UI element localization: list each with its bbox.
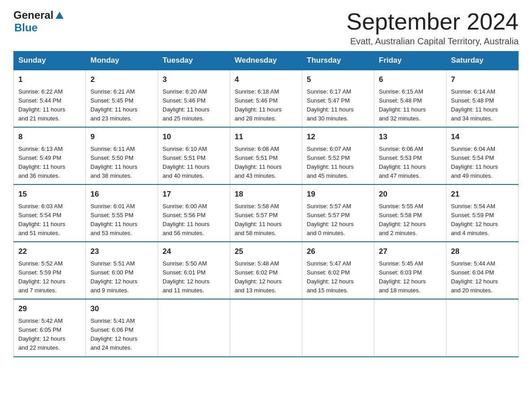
daylight-label: Daylight: 11 hours	[379, 105, 442, 114]
daylight-label: Daylight: 11 hours	[307, 163, 369, 171]
daylight-label: Daylight: 12 hours	[379, 220, 442, 229]
day-info: Sunrise: 5:41 AMSunset: 6:06 PMDaylight:…	[90, 317, 153, 353]
daylight-label: Daylight: 12 hours	[451, 220, 514, 229]
daylight-label: Daylight: 12 hours	[18, 334, 81, 343]
sunrise-label: Sunrise: 5:51 AM	[90, 259, 153, 268]
sunset-label: Sunset: 5:46 PM	[163, 96, 225, 105]
day-info: Sunrise: 6:07 AMSunset: 5:52 PMDaylight:…	[307, 145, 369, 181]
day-info: Sunrise: 6:14 AMSunset: 5:48 PMDaylight:…	[451, 87, 514, 124]
daylight-label2: and 51 minutes.	[18, 229, 81, 238]
day-info: Sunrise: 5:52 AMSunset: 5:59 PMDaylight:…	[18, 259, 81, 295]
calendar-week-row: 15Sunrise: 6:03 AMSunset: 5:54 PMDayligh…	[14, 184, 519, 242]
day-number: 26	[307, 246, 369, 257]
sunrise-label: Sunrise: 6:21 AM	[90, 87, 153, 96]
calendar-cell: 22Sunrise: 5:52 AMSunset: 5:59 PMDayligh…	[14, 242, 86, 299]
sunset-label: Sunset: 5:48 PM	[379, 96, 442, 105]
calendar-cell: 17Sunrise: 6:00 AMSunset: 5:56 PMDayligh…	[158, 184, 230, 242]
sunrise-label: Sunrise: 5:57 AM	[307, 202, 369, 211]
day-info: Sunrise: 5:50 AMSunset: 6:01 PMDaylight:…	[163, 259, 225, 295]
weekday-header-tuesday: Tuesday	[158, 51, 230, 70]
daylight-label2: and 38 minutes.	[90, 171, 153, 180]
daylight-label: Daylight: 11 hours	[163, 105, 225, 114]
daylight-label2: and 30 minutes.	[307, 114, 369, 123]
sunset-label: Sunset: 5:55 PM	[90, 211, 153, 220]
sunrise-label: Sunrise: 6:03 AM	[18, 202, 81, 211]
day-number: 4	[235, 74, 297, 86]
sunset-label: Sunset: 5:59 PM	[451, 211, 514, 220]
calendar-cell: 6Sunrise: 6:15 AMSunset: 5:48 PMDaylight…	[374, 70, 446, 127]
title-block: September 2024 Evatt, Australian Capital…	[347, 9, 519, 47]
calendar-subtitle: Evatt, Australian Capital Territory, Aus…	[347, 36, 519, 47]
daylight-label: Daylight: 11 hours	[18, 163, 81, 171]
daylight-label2: and 36 minutes.	[18, 171, 81, 180]
sunrise-label: Sunrise: 5:58 AM	[235, 202, 297, 211]
day-number: 23	[90, 246, 153, 257]
daylight-label2: and 56 minutes.	[163, 229, 225, 238]
sunset-label: Sunset: 5:47 PM	[307, 96, 369, 105]
day-number: 29	[18, 303, 81, 315]
day-info: Sunrise: 5:48 AMSunset: 6:02 PMDaylight:…	[235, 259, 297, 295]
daylight-label2: and 21 minutes.	[18, 114, 81, 123]
sunset-label: Sunset: 5:58 PM	[379, 211, 442, 220]
sunset-label: Sunset: 5:49 PM	[18, 154, 81, 163]
daylight-label: Daylight: 11 hours	[235, 105, 297, 114]
calendar-cell: 21Sunrise: 5:54 AMSunset: 5:59 PMDayligh…	[446, 184, 519, 242]
daylight-label2: and 34 minutes.	[451, 114, 514, 123]
day-number: 7	[451, 74, 514, 86]
daylight-label2: and 22 minutes.	[18, 343, 81, 352]
calendar-cell: 12Sunrise: 6:07 AMSunset: 5:52 PMDayligh…	[302, 127, 374, 184]
weekday-header-monday: Monday	[86, 51, 158, 70]
sunset-label: Sunset: 5:59 PM	[18, 268, 81, 277]
sunset-label: Sunset: 5:45 PM	[90, 96, 153, 105]
sunrise-label: Sunrise: 6:13 AM	[18, 145, 81, 154]
sunrise-label: Sunrise: 6:06 AM	[379, 145, 442, 154]
day-number: 27	[379, 246, 442, 257]
sunrise-label: Sunrise: 5:44 AM	[451, 259, 514, 268]
day-number: 3	[163, 74, 225, 86]
calendar-cell: 5Sunrise: 6:17 AMSunset: 5:47 PMDaylight…	[302, 70, 374, 127]
logo-general-text: General	[13, 9, 53, 21]
day-info: Sunrise: 6:01 AMSunset: 5:55 PMDaylight:…	[90, 202, 153, 238]
sunrise-label: Sunrise: 6:10 AM	[163, 145, 225, 154]
daylight-label: Daylight: 11 hours	[451, 105, 514, 114]
day-number: 8	[18, 131, 81, 143]
day-number: 16	[90, 188, 153, 200]
calendar-cell: 14Sunrise: 6:04 AMSunset: 5:54 PMDayligh…	[446, 127, 519, 184]
sunset-label: Sunset: 5:51 PM	[163, 154, 225, 163]
calendar-week-row: 22Sunrise: 5:52 AMSunset: 5:59 PMDayligh…	[14, 242, 519, 299]
daylight-label2: and 0 minutes.	[307, 229, 369, 238]
daylight-label2: and 58 minutes.	[235, 229, 297, 238]
calendar-title: September 2024	[347, 9, 519, 34]
daylight-label2: and 47 minutes.	[379, 171, 442, 180]
calendar-cell: 18Sunrise: 5:58 AMSunset: 5:57 PMDayligh…	[230, 184, 302, 242]
day-info: Sunrise: 6:13 AMSunset: 5:49 PMDaylight:…	[18, 145, 81, 181]
daylight-label: Daylight: 11 hours	[163, 163, 225, 171]
daylight-label: Daylight: 11 hours	[235, 163, 297, 171]
day-info: Sunrise: 6:03 AMSunset: 5:54 PMDaylight:…	[18, 202, 81, 238]
day-number: 25	[235, 246, 297, 257]
daylight-label: Daylight: 12 hours	[235, 277, 297, 286]
svg-marker-0	[56, 12, 64, 19]
day-info: Sunrise: 6:08 AMSunset: 5:51 PMDaylight:…	[235, 145, 297, 181]
day-info: Sunrise: 6:04 AMSunset: 5:54 PMDaylight:…	[451, 145, 514, 181]
daylight-label: Daylight: 11 hours	[18, 105, 81, 114]
daylight-label2: and 32 minutes.	[379, 114, 442, 123]
day-info: Sunrise: 6:17 AMSunset: 5:47 PMDaylight:…	[307, 87, 369, 124]
day-number: 24	[163, 246, 225, 257]
day-number: 12	[307, 131, 369, 143]
calendar-week-row: 8Sunrise: 6:13 AMSunset: 5:49 PMDaylight…	[14, 127, 519, 184]
sunrise-label: Sunrise: 5:45 AM	[379, 259, 442, 268]
calendar-cell: 20Sunrise: 5:55 AMSunset: 5:58 PMDayligh…	[374, 184, 446, 242]
sunrise-label: Sunrise: 6:11 AM	[90, 145, 153, 154]
sunrise-label: Sunrise: 6:08 AM	[235, 145, 297, 154]
sunset-label: Sunset: 5:56 PM	[163, 211, 225, 220]
daylight-label2: and 23 minutes.	[90, 114, 153, 123]
weekday-header-wednesday: Wednesday	[230, 51, 302, 70]
calendar-cell: 9Sunrise: 6:11 AMSunset: 5:50 PMDaylight…	[86, 127, 158, 184]
sunset-label: Sunset: 5:57 PM	[307, 211, 369, 220]
sunrise-label: Sunrise: 6:07 AM	[307, 145, 369, 154]
daylight-label2: and 43 minutes.	[235, 171, 297, 180]
daylight-label2: and 13 minutes.	[235, 286, 297, 295]
weekday-header-saturday: Saturday	[446, 51, 519, 70]
sunrise-label: Sunrise: 6:22 AM	[18, 87, 81, 96]
